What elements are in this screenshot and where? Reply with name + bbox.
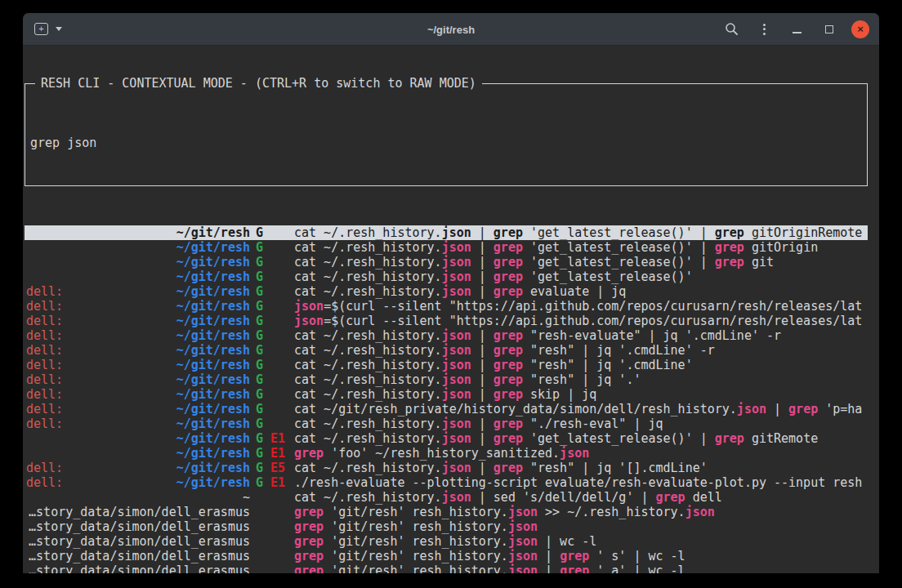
- history-row[interactable]: ~/git/reshGcat ~/.resh_history.json | gr…: [25, 240, 868, 255]
- location-cell: ~/git/resh: [26, 270, 250, 284]
- git-flag: G: [256, 461, 263, 475]
- git-flag: G: [256, 358, 263, 372]
- git-flag: G: [256, 255, 263, 270]
- location-cell: dell:~/git/resh: [26, 475, 250, 490]
- history-row[interactable]: …story_data/simon/dell_erasmusgrep 'git/…: [25, 534, 868, 549]
- git-flag: G: [256, 314, 263, 328]
- flags-cell: G: [250, 387, 294, 402]
- location-cell: …story_data/simon/dell_erasmus: [26, 549, 250, 564]
- location-cell: dell:~/git/resh: [26, 284, 250, 299]
- git-flag: G: [256, 446, 263, 461]
- exit-status-flag: E1: [270, 475, 285, 490]
- history-row[interactable]: …story_data/simon/dell_erasmusgrep 'git/…: [25, 519, 868, 534]
- host-label: dell:: [26, 314, 63, 328]
- flags-cell: G: [250, 240, 294, 255]
- history-row[interactable]: dell:~/git/reshGcat ~/.resh_history.json…: [25, 284, 868, 299]
- location-cell: …story_data/simon/dell_erasmus: [26, 564, 250, 573]
- pwd-label: ~/git/resh: [176, 461, 250, 475]
- close-icon: ×: [857, 24, 864, 34]
- command-text: cat ~/.resh_history.json | grep skip | j…: [294, 387, 868, 402]
- history-row[interactable]: dell:~/git/reshGcat ~/.resh_history.json…: [25, 328, 868, 343]
- headerbar: + ~/git/resh ×: [23, 13, 879, 46]
- history-row[interactable]: dell:~/git/reshGcat ~/.resh_history.json…: [25, 343, 868, 358]
- flags-cell: [250, 519, 294, 534]
- chevron-down-icon: [56, 27, 62, 31]
- flags-cell: G: [250, 402, 294, 416]
- git-flag: G: [256, 270, 263, 284]
- location-cell: dell:~/git/resh: [26, 328, 250, 343]
- command-text: cat ~/.resh_history.json | grep evaluate…: [294, 284, 868, 299]
- command-text: grep 'foo' ~/resh_history_sanitized.json: [294, 446, 868, 461]
- terminal-window: + ~/git/resh ×: [23, 13, 879, 573]
- flags-cell: [250, 490, 294, 505]
- search-button[interactable]: [721, 19, 742, 40]
- history-row[interactable]: dell:~/git/reshGcat ~/git/resh_private/h…: [25, 402, 868, 416]
- history-row[interactable]: …story_data/simon/dell_erasmusgrep 'git/…: [25, 564, 868, 573]
- history-row[interactable]: dell:~/git/reshG E5cat ~/.resh_history.j…: [25, 461, 868, 475]
- location-cell: ~/git/resh: [26, 225, 250, 240]
- location-cell: ~/git/resh: [26, 431, 250, 446]
- close-button[interactable]: ×: [851, 20, 869, 38]
- exit-status-flag: E5: [270, 461, 285, 475]
- history-row[interactable]: dell:~/git/reshGcat ~/.resh_history.json…: [25, 358, 868, 372]
- history-row[interactable]: dell:~/git/reshGcat ~/.resh_history.json…: [25, 387, 868, 402]
- flags-cell: G: [250, 372, 294, 387]
- git-flag: G: [256, 372, 263, 387]
- history-row[interactable]: dell:~/git/reshGjson=$(curl --silent "ht…: [25, 299, 868, 314]
- history-row[interactable]: ~/git/reshGcat ~/.resh_history.json | gr…: [25, 270, 868, 284]
- location-cell: …story_data/simon/dell_erasmus: [26, 534, 250, 549]
- resh-prompt-box: RESH CLI - CONTEXTUAL MODE - (CTRL+R to …: [25, 83, 868, 186]
- pwd-label: ~/git/resh: [176, 431, 250, 446]
- history-row[interactable]: ~/git/reshGcat ~/.resh_history.json | gr…: [25, 225, 868, 240]
- flags-cell: G: [250, 343, 294, 358]
- history-row[interactable]: …story_data/simon/dell_erasmusgrep 'git/…: [25, 505, 868, 519]
- command-text: cat ~/git/resh_private/history_data/simo…: [294, 402, 868, 416]
- pwd-label: ~/git/resh: [176, 358, 250, 372]
- restore-button[interactable]: [819, 19, 840, 40]
- history-row[interactable]: ~/git/reshGcat ~/.resh_history.json | gr…: [25, 255, 868, 270]
- command-text: grep 'git/resh' resh_history.json: [294, 519, 868, 534]
- pwd-label: …story_data/simon/dell_erasmus: [29, 505, 250, 519]
- history-row[interactable]: dell:~/git/reshGjson=$(curl --silent "ht…: [25, 314, 868, 328]
- command-text: cat ~/.resh_history.json | grep 'get_lat…: [294, 225, 868, 240]
- command-text: cat ~/.resh_history.json | grep "resh" |…: [294, 461, 868, 475]
- flags-cell: G E1: [250, 431, 294, 446]
- location-cell: dell:~/git/resh: [26, 299, 250, 314]
- command-text: json=$(curl --silent "https://api.github…: [294, 314, 868, 328]
- location-cell: …story_data/simon/dell_erasmus: [26, 505, 250, 519]
- pwd-label: ~/git/resh: [176, 314, 250, 328]
- flags-cell: G E5: [250, 461, 294, 475]
- git-flag: G: [256, 225, 263, 240]
- search-query-input[interactable]: grep json: [30, 136, 860, 150]
- menu-button[interactable]: [753, 19, 775, 40]
- host-label: dell:: [26, 475, 63, 490]
- location-cell: dell:~/git/resh: [26, 372, 250, 387]
- command-text: cat ~/.resh_history.json | grep 'get_lat…: [294, 431, 868, 446]
- location-cell: dell:~/git/resh: [26, 387, 250, 402]
- new-tab-button[interactable]: +: [34, 23, 62, 35]
- history-row[interactable]: dell:~/git/reshGcat ~/.resh_history.json…: [25, 416, 868, 431]
- history-row[interactable]: dell:~/git/reshG E1./resh-evaluate --plo…: [25, 475, 868, 490]
- history-row[interactable]: ~cat ~/.resh_history.json | sed 's/dell/…: [25, 490, 868, 505]
- git-flag: G: [256, 240, 263, 255]
- history-row[interactable]: ~/git/reshG E1grep 'foo' ~/resh_history_…: [25, 446, 868, 461]
- pwd-label: ~/git/resh: [176, 446, 250, 461]
- command-text: cat ~/.resh_history.json | sed 's/dell/d…: [294, 490, 868, 505]
- pwd-label: …story_data/simon/dell_erasmus: [29, 549, 250, 564]
- history-row[interactable]: …story_data/simon/dell_erasmusgrep 'git/…: [25, 549, 868, 564]
- minimize-button[interactable]: [786, 19, 807, 40]
- host-label: dell:: [26, 461, 63, 475]
- command-text: cat ~/.resh_history.json | grep 'get_lat…: [294, 255, 868, 270]
- location-cell: dell:~/git/resh: [26, 416, 250, 431]
- flags-cell: [250, 549, 294, 564]
- location-cell: dell:~/git/resh: [26, 461, 250, 475]
- flags-cell: G: [250, 416, 294, 431]
- history-row[interactable]: dell:~/git/reshGcat ~/.resh_history.json…: [25, 372, 868, 387]
- pwd-label: ~/git/resh: [176, 240, 250, 255]
- command-text: cat ~/.resh_history.json | grep 'get_lat…: [294, 270, 868, 284]
- pwd-label: ~: [243, 490, 250, 505]
- pwd-label: ~/git/resh: [176, 475, 250, 490]
- pwd-label: ~/git/resh: [176, 270, 250, 284]
- command-text: ./resh-evaluate --plotting-script evalua…: [294, 475, 868, 490]
- history-row[interactable]: ~/git/reshG E1cat ~/.resh_history.json |…: [25, 431, 868, 446]
